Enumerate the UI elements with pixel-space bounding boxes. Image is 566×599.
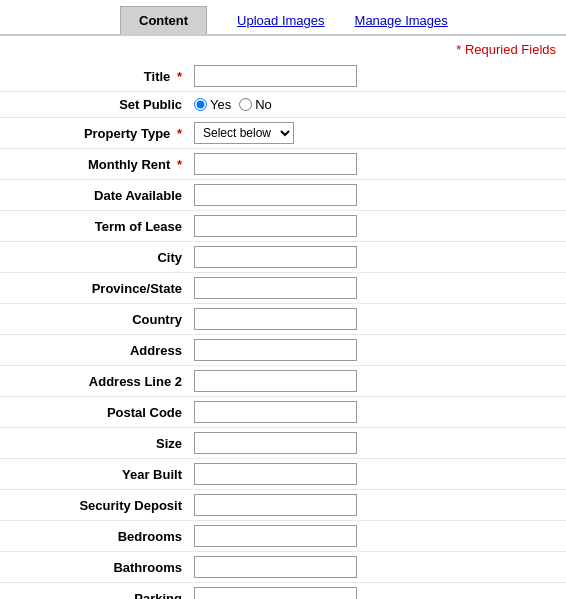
input-cell-country — [190, 304, 566, 335]
input-cell-bedrooms — [190, 521, 566, 552]
label-city: City — [0, 242, 190, 273]
label-parking: Parking — [0, 583, 190, 600]
input-address[interactable] — [194, 339, 357, 361]
input-cell-set_public: YesNo — [190, 92, 566, 118]
label-date_available: Date Available — [0, 180, 190, 211]
input-address_line2[interactable] — [194, 370, 357, 392]
select-property_type[interactable]: Select below — [194, 122, 294, 144]
label-bathrooms: Bathrooms — [0, 552, 190, 583]
input-province_state[interactable] — [194, 277, 357, 299]
input-cell-term_of_lease — [190, 211, 566, 242]
label-province_state: Province/State — [0, 273, 190, 304]
input-cell-postal_code — [190, 397, 566, 428]
input-cell-year_built — [190, 459, 566, 490]
input-cell-title — [190, 61, 566, 92]
label-size: Size — [0, 428, 190, 459]
input-cell-parking — [190, 583, 566, 600]
label-security_deposit: Security Deposit — [0, 490, 190, 521]
input-monthly_rent[interactable] — [194, 153, 357, 175]
input-year_built[interactable] — [194, 463, 357, 485]
required-fields-note: * Requried Fields — [0, 36, 566, 61]
input-bedrooms[interactable] — [194, 525, 357, 547]
input-postal_code[interactable] — [194, 401, 357, 423]
required-star: * — [173, 126, 182, 141]
label-monthly_rent: Monthly Rent * — [0, 149, 190, 180]
input-cell-property_type: Select below — [190, 118, 566, 149]
tab-content[interactable]: Content — [120, 6, 207, 34]
required-star: * — [173, 157, 182, 172]
radio-group-set_public: YesNo — [194, 97, 566, 112]
label-bedrooms: Bedrooms — [0, 521, 190, 552]
input-cell-city — [190, 242, 566, 273]
label-title: Title * — [0, 61, 190, 92]
tab-upload-images[interactable]: Upload Images — [237, 7, 324, 34]
input-city[interactable] — [194, 246, 357, 268]
tab-bar: Content Upload Images Manage Images — [0, 0, 566, 36]
label-postal_code: Postal Code — [0, 397, 190, 428]
input-term_of_lease[interactable] — [194, 215, 357, 237]
label-country: Country — [0, 304, 190, 335]
required-star: * — [173, 69, 182, 84]
input-cell-bathrooms — [190, 552, 566, 583]
label-set_public: Set Public — [0, 92, 190, 118]
label-property_type: Property Type * — [0, 118, 190, 149]
input-parking[interactable] — [194, 587, 357, 599]
form-table: Title *Set PublicYesNoProperty Type *Sel… — [0, 61, 566, 599]
input-cell-address — [190, 335, 566, 366]
label-year_built: Year Built — [0, 459, 190, 490]
radio-yes[interactable] — [194, 98, 207, 111]
input-bathrooms[interactable] — [194, 556, 357, 578]
input-cell-province_state — [190, 273, 566, 304]
input-title[interactable] — [194, 65, 357, 87]
radio-no[interactable] — [239, 98, 252, 111]
input-cell-security_deposit — [190, 490, 566, 521]
radio-label-no[interactable]: No — [239, 97, 272, 112]
input-cell-address_line2 — [190, 366, 566, 397]
label-term_of_lease: Term of Lease — [0, 211, 190, 242]
input-cell-size — [190, 428, 566, 459]
label-address_line2: Address Line 2 — [0, 366, 190, 397]
input-date_available[interactable] — [194, 184, 357, 206]
input-country[interactable] — [194, 308, 357, 330]
tab-manage-images[interactable]: Manage Images — [355, 7, 448, 34]
label-address: Address — [0, 335, 190, 366]
input-security_deposit[interactable] — [194, 494, 357, 516]
input-size[interactable] — [194, 432, 357, 454]
input-cell-date_available — [190, 180, 566, 211]
input-cell-monthly_rent — [190, 149, 566, 180]
radio-label-yes[interactable]: Yes — [194, 97, 231, 112]
